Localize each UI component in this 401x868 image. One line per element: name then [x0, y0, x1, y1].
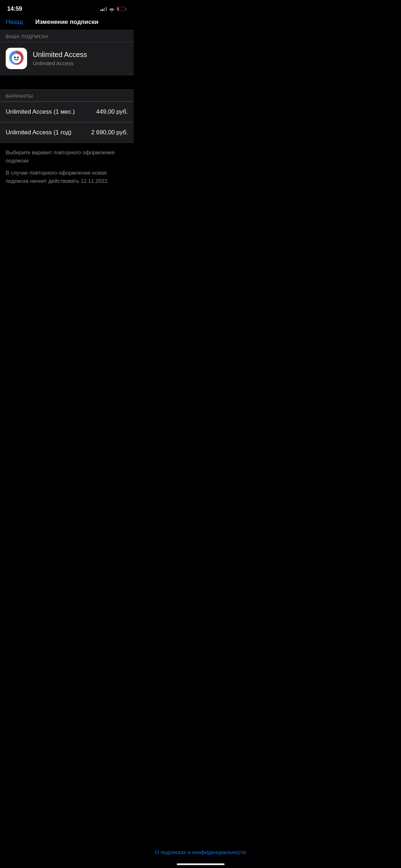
app-subtitle: Unlimited Access [33, 60, 87, 66]
your-subscription-label: ВАША ПОДПИСКА [6, 34, 48, 39]
option-yearly[interactable]: Unlimited Access (1 год) 2 690,00 руб. [0, 122, 134, 143]
variants-label: ВАРИАНТЫ [6, 93, 33, 99]
svg-point-3 [14, 57, 16, 58]
status-time: 14:59 [7, 5, 22, 12]
wifi-icon [109, 7, 114, 11]
description-line2: В случае повторного оформления новая под… [6, 169, 128, 185]
svg-point-4 [17, 57, 19, 58]
option-yearly-label: Unlimited Access (1 год) [6, 129, 72, 136]
status-bar: 14:59 [0, 0, 134, 16]
option-yearly-price: 2 690,00 руб. [91, 129, 128, 136]
variants-header: ВАРИАНТЫ [0, 89, 134, 102]
your-subscription-header: ВАША ПОДПИСКА [0, 30, 134, 42]
description-line1: Выберите вариант повторного оформления п… [6, 149, 128, 165]
app-icon [6, 48, 27, 69]
app-row: Unlimited Access Unlimited Access [0, 42, 134, 75]
variants-section: ВАРИАНТЫ Unlimited Access (1 мес.) 449,0… [0, 89, 134, 143]
nav-bar: Назад Изменение подписки [0, 16, 134, 30]
option-monthly[interactable]: Unlimited Access (1 мес.) 449,00 руб. [0, 102, 134, 122]
status-icons [101, 7, 127, 11]
battery-icon [117, 7, 127, 11]
option-monthly-label: Unlimited Access (1 мес.) [6, 108, 75, 115]
spacer [0, 75, 134, 82]
app-name: Unlimited Access [33, 51, 87, 59]
option-monthly-price: 449,00 руб. [96, 108, 128, 115]
signal-icon [101, 7, 107, 11]
back-button[interactable]: Назад [6, 19, 23, 26]
description-section: Выберите вариант повторного оформления п… [0, 143, 134, 193]
page-title: Изменение подписки [35, 19, 98, 26]
svg-point-2 [12, 54, 21, 63]
app-info: Unlimited Access Unlimited Access [33, 51, 87, 66]
